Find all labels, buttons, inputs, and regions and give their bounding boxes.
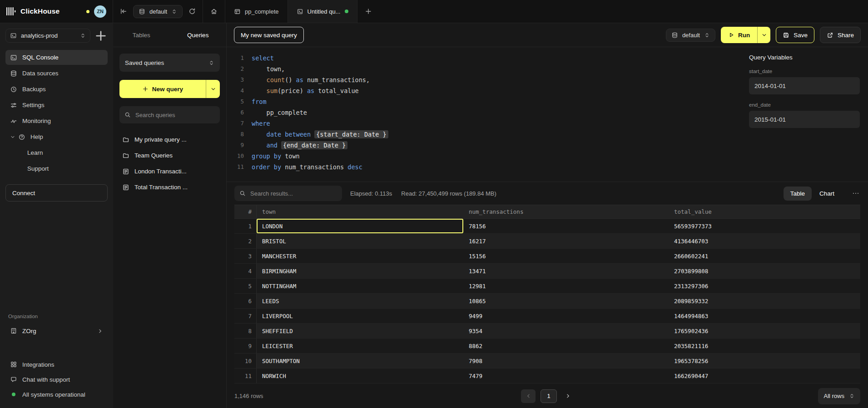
code-line[interactable]: 2 town, <box>227 64 741 74</box>
code-line[interactable]: 9 and {end_date: Date } <box>227 140 741 151</box>
table-cell[interactable]: 2035821116 <box>669 339 860 353</box>
view-button-chart[interactable]: Chart <box>813 187 841 201</box>
search-results-input[interactable] <box>249 190 337 197</box>
table-cell[interactable]: 8862 <box>463 339 669 353</box>
connect-button[interactable]: Connect <box>5 184 108 202</box>
table-cell[interactable]: 1662690447 <box>669 369 860 383</box>
table-cell[interactable]: 9354 <box>463 324 669 338</box>
table-cell[interactable]: 78156 <box>463 219 669 233</box>
table-cell[interactable]: 10865 <box>463 294 669 308</box>
new-tab-button[interactable] <box>357 0 379 23</box>
table-cell[interactable]: 7908 <box>463 354 669 368</box>
table-cell[interactable]: 1 <box>234 219 257 233</box>
table-cell[interactable]: 1464994863 <box>669 309 860 323</box>
refresh-icon[interactable] <box>188 8 196 15</box>
code-line[interactable]: 3 count() as num_transactions, <box>227 74 741 85</box>
code-line[interactable]: 11order by num_transactions desc <box>227 162 741 172</box>
code-line[interactable]: 1select <box>227 53 741 64</box>
table-cell[interactable]: 2313297306 <box>669 279 860 293</box>
code-line[interactable]: 4 sum(price) as total_value <box>227 85 741 96</box>
workspace-selector[interactable]: analytics-prod <box>5 29 90 43</box>
results-menu-icon[interactable] <box>852 190 859 197</box>
page-number[interactable]: 1 <box>541 389 557 403</box>
table-cell[interactable]: 6 <box>234 294 257 308</box>
editor-tab-pp-complete[interactable]: pp_complete <box>225 0 288 23</box>
share-button[interactable]: Share <box>820 27 861 43</box>
table-cell[interactable]: 10 <box>234 354 257 368</box>
table-cell[interactable]: 9 <box>234 339 257 353</box>
table-cell[interactable]: SOUTHAMPTON <box>257 354 463 368</box>
table-cell[interactable]: 8 <box>234 324 257 338</box>
page-size-select[interactable]: All rows <box>818 388 860 404</box>
sidebar-item-help[interactable]: Help <box>5 129 108 144</box>
tab-tables[interactable]: Tables <box>113 23 170 47</box>
table-cell[interactable]: 13471 <box>463 264 669 278</box>
table-cell[interactable]: 56593977373 <box>669 219 860 233</box>
active-query-tab[interactable]: My new saved query <box>234 27 304 43</box>
sidebar-item-sql-console[interactable]: SQL Console <box>5 50 108 65</box>
table-cell[interactable]: 9499 <box>463 309 669 323</box>
collapse-panel-icon[interactable] <box>120 8 127 15</box>
table-cell[interactable]: LONDON <box>257 219 463 233</box>
table-cell[interactable]: BIRMINGHAM <box>257 264 463 278</box>
save-button[interactable]: Save <box>776 27 814 43</box>
editor-tab-untitled-qu[interactable]: Untitled qu... <box>288 0 357 23</box>
code-line[interactable]: 8 date between {start_date: Date } <box>227 129 741 140</box>
table-cell[interactable]: 5 <box>234 279 257 293</box>
table-cell[interactable]: NOTTINGHAM <box>257 279 463 293</box>
code-line[interactable]: 7where <box>227 118 741 129</box>
run-dropdown-button[interactable] <box>757 27 770 43</box>
table-cell[interactable]: 11 <box>234 369 257 383</box>
column-header-num-transactions[interactable]: num_transactions <box>463 205 669 218</box>
sidebar-item-data-sources[interactable]: Data sources <box>5 66 108 81</box>
add-service-button[interactable] <box>94 29 108 43</box>
organization-item[interactable]: ZOrg <box>5 323 108 339</box>
table-cell[interactable]: BRISTOL <box>257 234 463 248</box>
new-query-dropdown-button[interactable] <box>206 80 220 98</box>
new-query-button[interactable]: New query <box>119 80 206 98</box>
next-page-button[interactable] <box>562 393 574 399</box>
notification-dot[interactable] <box>86 10 89 13</box>
table-cell[interactable]: 7 <box>234 309 257 323</box>
column-header-total-value[interactable]: total_value <box>669 205 860 218</box>
table-cell[interactable]: LIVERPOOL <box>257 309 463 323</box>
table-cell[interactable]: 12981 <box>463 279 669 293</box>
code-line[interactable]: 10group by town <box>227 151 741 162</box>
variable-input-start-date[interactable] <box>749 77 860 94</box>
database-selector[interactable]: default <box>133 5 183 18</box>
run-button[interactable]: Run <box>721 27 757 43</box>
table-cell[interactable]: SHEFFIELD <box>257 324 463 338</box>
table-cell[interactable]: NORWICH <box>257 369 463 383</box>
code-line[interactable]: 5from <box>227 96 741 107</box>
table-cell[interactable]: 1765902436 <box>669 324 860 338</box>
home-button[interactable] <box>203 0 225 23</box>
table-cell[interactable]: LEEDS <box>257 294 463 308</box>
saved-query-item-london-transacti[interactable]: London Transacti... <box>119 164 220 178</box>
code-line[interactable]: 6 pp_complete <box>227 107 741 118</box>
sidebar-item-backups[interactable]: Backups <box>5 82 108 97</box>
table-cell[interactable]: LEICESTER <box>257 339 463 353</box>
table-cell[interactable]: 4136446703 <box>669 234 860 248</box>
table-cell[interactable]: 15156 <box>463 249 669 263</box>
tab-queries[interactable]: Queries <box>170 23 227 47</box>
table-cell[interactable]: 3 <box>234 249 257 263</box>
table-cell[interactable]: 1965378256 <box>669 354 860 368</box>
previous-page-button[interactable] <box>521 389 536 403</box>
column-header-row-number[interactable]: # <box>234 205 257 218</box>
view-button-table[interactable]: Table <box>784 187 812 201</box>
sidebar-footer-item-integrations[interactable]: Integrations <box>5 358 108 371</box>
sidebar-item-support[interactable]: Support <box>5 161 108 176</box>
table-cell[interactable]: 7479 <box>463 369 669 383</box>
saved-query-item-my-private-query[interactable]: My private query ... <box>119 133 220 147</box>
run-database-selector[interactable]: default <box>666 29 715 42</box>
sidebar-item-monitoring[interactable]: Monitoring <box>5 113 108 128</box>
sidebar-item-settings[interactable]: Settings <box>5 98 108 113</box>
variable-input-end-date[interactable] <box>749 111 860 128</box>
saved-query-item-total-transaction[interactable]: Total Transaction ... <box>119 180 220 194</box>
table-cell[interactable]: 2089859332 <box>669 294 860 308</box>
table-cell[interactable]: 4 <box>234 264 257 278</box>
search-queries-input[interactable] <box>134 111 215 119</box>
sql-editor[interactable]: 1select2 town,3 count() as num_transacti… <box>227 47 741 182</box>
sidebar-footer-item-all-systems-operational[interactable]: All systems operational <box>5 388 108 401</box>
table-cell[interactable]: MANCHESTER <box>257 249 463 263</box>
